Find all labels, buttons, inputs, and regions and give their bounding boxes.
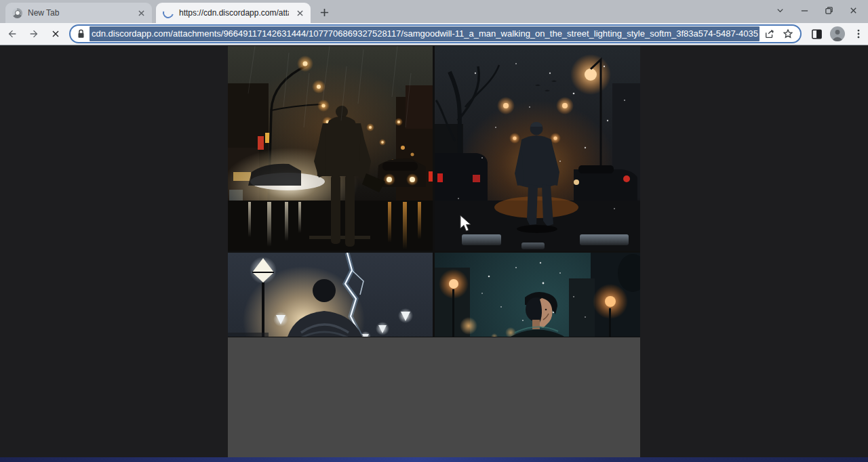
restore-button[interactable] [816, 1, 841, 19]
minimize-button[interactable] [792, 1, 816, 19]
generated-image-panel-4 [435, 253, 640, 337]
lock-icon [77, 29, 85, 39]
tab-search-chevron-icon[interactable] [768, 1, 792, 19]
menu-dots-icon[interactable] [849, 24, 868, 43]
profile-avatar[interactable] [830, 26, 845, 41]
share-icon[interactable] [762, 26, 778, 42]
address-bar[interactable]: cdn.discordapp.com/attachments/966491171… [69, 24, 802, 43]
tab-strip: New Tab https://cdn.discordapp.com/atta [0, 0, 868, 23]
close-window-button[interactable] [841, 1, 865, 19]
image-loading-placeholder [228, 337, 640, 457]
window-controls [768, 1, 865, 19]
attachment-image[interactable] [228, 46, 640, 457]
generated-image-panel-1 [228, 46, 433, 251]
generated-image-panel-2 [435, 46, 640, 251]
page-viewport [0, 45, 868, 457]
tab-discord-attachment[interactable]: https://cdn.discordapp.com/atta [156, 3, 311, 23]
url-input-selected-text[interactable]: cdn.discordapp.com/attachments/966491171… [90, 26, 760, 41]
stop-loading-button[interactable] [46, 24, 65, 43]
new-tab-button[interactable] [315, 3, 333, 21]
tab-close-icon[interactable] [294, 7, 305, 18]
back-button[interactable] [3, 24, 22, 43]
chrome-logo-icon [12, 8, 22, 18]
tab-new-tab[interactable]: New Tab [5, 3, 152, 23]
generated-image-panel-3 [228, 253, 433, 337]
tab-title: New Tab [28, 8, 130, 18]
forward-button[interactable] [24, 24, 43, 43]
bookmark-star-icon[interactable] [780, 26, 796, 42]
tab-close-icon[interactable] [136, 7, 146, 18]
browser-toolbar: cdn.discordapp.com/attachments/966491171… [0, 23, 868, 45]
loading-spinner-icon [161, 5, 176, 20]
side-panel-icon[interactable] [807, 24, 826, 43]
taskbar-edge [0, 457, 868, 462]
tab-title: https://cdn.discordapp.com/atta [179, 8, 289, 18]
